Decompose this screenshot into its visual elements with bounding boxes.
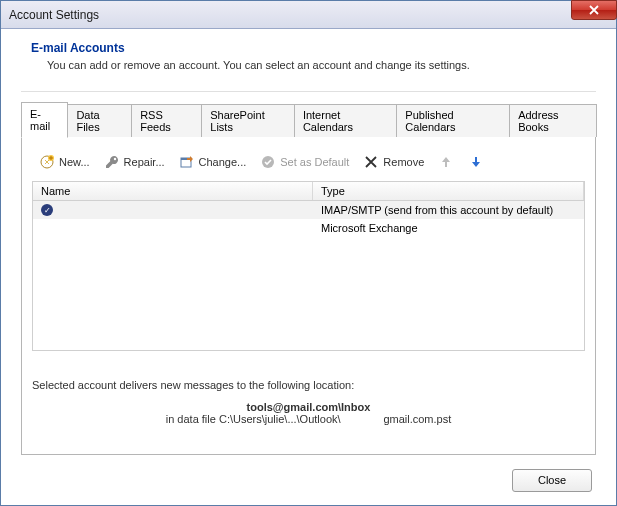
change-account-button[interactable]: Change... xyxy=(174,151,252,173)
close-button[interactable]: Close xyxy=(512,469,592,492)
new-label: New... xyxy=(59,156,90,168)
titlebar: Account Settings xyxy=(1,1,616,29)
tab-sharepoint-lists[interactable]: SharePoint Lists xyxy=(201,104,295,137)
window-title: Account Settings xyxy=(9,8,99,22)
delivery-info: Selected account delivers new messages t… xyxy=(32,379,585,425)
new-icon xyxy=(39,154,55,170)
header-description: You can add or remove an account. You ca… xyxy=(47,59,596,71)
header-title: E-mail Accounts xyxy=(31,41,596,55)
change-label: Change... xyxy=(199,156,247,168)
default-icon xyxy=(260,154,276,170)
remove-account-button[interactable]: Remove xyxy=(358,151,429,173)
tabstrip: E-mail Data Files RSS Feeds SharePoint L… xyxy=(21,101,596,137)
close-icon xyxy=(589,5,599,15)
account-type-cell: IMAP/SMTP (send from this account by def… xyxy=(313,204,584,216)
grid-body: ✓ IMAP/SMTP (send from this account by d… xyxy=(33,201,584,350)
grid-header: Name Type xyxy=(33,182,584,201)
arrow-up-icon xyxy=(438,154,454,170)
svg-point-2 xyxy=(113,158,115,160)
remove-label: Remove xyxy=(383,156,424,168)
account-row[interactable]: Microsoft Exchange xyxy=(33,219,584,237)
delivery-intro: Selected account delivers new messages t… xyxy=(32,379,585,391)
column-header-name[interactable]: Name xyxy=(33,182,313,200)
header-block: E-mail Accounts You can add or remove an… xyxy=(21,41,596,71)
column-header-type[interactable]: Type xyxy=(313,182,584,200)
content-area: E-mail Accounts You can add or remove an… xyxy=(1,29,616,505)
tab-published-calendars[interactable]: Published Calendars xyxy=(396,104,510,137)
tab-panel-email: New... Repair... Change... xyxy=(21,136,596,455)
account-settings-window: Account Settings E-mail Accounts You can… xyxy=(0,0,617,506)
account-name-cell: ✓ xyxy=(33,204,313,216)
repair-label: Repair... xyxy=(124,156,165,168)
new-account-button[interactable]: New... xyxy=(34,151,95,173)
tab-email[interactable]: E-mail xyxy=(21,102,68,138)
repair-icon xyxy=(104,154,120,170)
account-row[interactable]: ✓ IMAP/SMTP (send from this account by d… xyxy=(33,201,584,219)
change-icon xyxy=(179,154,195,170)
delivery-target: tools@gmail.com\Inbox in data file C:\Us… xyxy=(32,401,585,425)
default-account-icon: ✓ xyxy=(41,204,53,216)
delivery-path: in data file C:\Users\julie\...\Outlook\… xyxy=(32,413,585,425)
default-label: Set as Default xyxy=(280,156,349,168)
move-up-button xyxy=(433,151,459,173)
accounts-grid: Name Type ✓ IMAP/SMTP (send from this ac… xyxy=(32,181,585,351)
set-default-button: Set as Default xyxy=(255,151,354,173)
move-down-button[interactable] xyxy=(463,151,489,173)
divider xyxy=(21,91,596,92)
dialog-footer: Close xyxy=(21,455,596,505)
tab-address-books[interactable]: Address Books xyxy=(509,104,597,137)
tab-internet-calendars[interactable]: Internet Calendars xyxy=(294,104,397,137)
remove-icon xyxy=(363,154,379,170)
account-type-cell: Microsoft Exchange xyxy=(313,222,584,234)
repair-account-button[interactable]: Repair... xyxy=(99,151,170,173)
delivery-folder: tools@gmail.com\Inbox xyxy=(32,401,585,413)
arrow-down-icon xyxy=(468,154,484,170)
tab-rss-feeds[interactable]: RSS Feeds xyxy=(131,104,202,137)
tab-data-files[interactable]: Data Files xyxy=(67,104,132,137)
close-window-button[interactable] xyxy=(571,0,617,20)
toolbar: New... Repair... Change... xyxy=(32,147,585,181)
